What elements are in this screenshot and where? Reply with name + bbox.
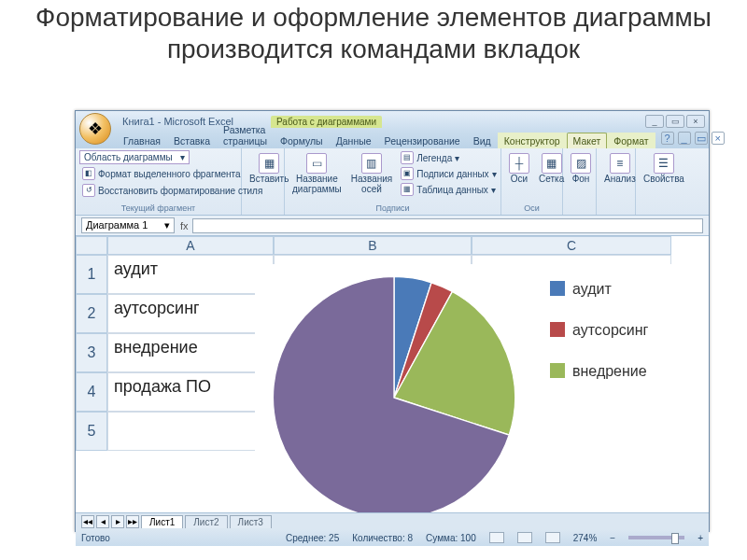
legend-swatch-2	[550, 322, 565, 337]
mdi-min-icon[interactable]: _	[678, 132, 691, 145]
cell-a5[interactable]	[107, 412, 274, 451]
tab-format[interactable]: Формат	[607, 133, 655, 148]
chart-title-label: Название диаграммы	[292, 175, 342, 194]
select-all-corner[interactable]	[76, 236, 107, 255]
grid-icon: ▦	[542, 153, 562, 174]
tab-home[interactable]: Главная	[117, 133, 167, 148]
zoom-out-button[interactable]: −	[610, 533, 615, 543]
row-header-3[interactable]: 3	[76, 333, 107, 372]
col-header-b[interactable]: B	[274, 236, 472, 255]
legend-swatch-1	[550, 281, 565, 296]
cell-a3[interactable]: внедрение	[107, 333, 274, 372]
data-labels-button[interactable]: ▣Подписи данных▾	[398, 166, 499, 181]
sheet-tabs: ◂◂ ◂ ▸ ▸▸ Лист1 Лист2 Лист3	[76, 512, 709, 529]
col-header-a[interactable]: A	[107, 236, 274, 255]
row-header-4[interactable]: 4	[76, 372, 107, 412]
help-icon[interactable]: ?	[661, 132, 674, 145]
sheet-tab-3[interactable]: Лист3	[230, 515, 272, 528]
legend-item-3[interactable]: внедрение	[550, 363, 690, 380]
chart-element-selector[interactable]: Область диаграммы ▾	[79, 150, 190, 164]
view-pagebreak-button[interactable]	[545, 532, 560, 543]
sheet-nav-prev[interactable]: ◂	[96, 515, 109, 528]
legend-item-2[interactable]: аутсорсинг	[550, 322, 690, 339]
legend-item-1[interactable]: аудит	[550, 281, 690, 298]
sheet-nav-last[interactable]: ▸▸	[126, 515, 139, 528]
tab-page-layout[interactable]: Разметка страницы	[217, 121, 274, 148]
sheet-tab-1[interactable]: Лист1	[141, 515, 183, 528]
restore-button[interactable]: ▭	[666, 115, 684, 128]
insert-label: Вставить	[249, 175, 289, 185]
row-header-1[interactable]: 1	[76, 255, 107, 294]
chart-title-icon: ▭	[306, 153, 327, 174]
mdi-restore-icon[interactable]: ▭	[695, 132, 708, 145]
chevron-down-icon: ▾	[455, 153, 459, 163]
tab-data[interactable]: Данные	[330, 133, 378, 148]
legend-label: Легенда	[416, 153, 452, 163]
status-bar: Готово Среднее: 25 Количество: 8 Сумма: …	[76, 529, 709, 546]
background-button[interactable]: ▨Фон	[567, 150, 595, 188]
background-icon: ▨	[571, 153, 591, 174]
axis-titles-icon: ▥	[361, 153, 382, 174]
formula-input[interactable]	[192, 218, 703, 233]
view-normal-button[interactable]	[489, 532, 504, 543]
row-header-2[interactable]: 2	[76, 294, 107, 333]
status-average: Среднее: 25	[286, 533, 339, 543]
tab-insert[interactable]: Вставка	[167, 133, 217, 148]
properties-button[interactable]: ☰Свойства	[640, 150, 688, 188]
legend-label-1: аудит	[572, 281, 612, 298]
cell-a2[interactable]: аутсорсинг	[107, 294, 274, 333]
cell-a1[interactable]: аудит	[107, 255, 274, 294]
sheet-nav-next[interactable]: ▸	[111, 515, 124, 528]
tab-formulas[interactable]: Формулы	[274, 133, 330, 148]
analysis-button[interactable]: ≡Анализ	[600, 150, 640, 188]
pie-chart[interactable]	[268, 272, 520, 512]
tab-layout[interactable]: Макет	[567, 133, 608, 148]
axis-titles-button[interactable]: ▥Названия осей	[347, 150, 397, 197]
group-current-label: Текущий фрагмент	[79, 203, 237, 213]
group-axes-label: Оси	[505, 203, 558, 213]
name-box-value: Диаграмма 1	[86, 219, 148, 231]
zoom-slider[interactable]	[628, 536, 684, 539]
close-button[interactable]: ×	[686, 115, 705, 128]
ribbon-tabs: Главная Вставка Разметка страницы Формул…	[76, 132, 709, 148]
properties-label: Свойства	[643, 175, 684, 185]
chart-object[interactable]: аудит аутсорсинг внедрение	[255, 264, 694, 512]
view-layout-button[interactable]	[517, 532, 532, 543]
data-table-icon: ▦	[401, 183, 414, 196]
cell-a4[interactable]: продажа ПО	[107, 372, 274, 412]
group-labels-label: Подписи	[289, 203, 497, 213]
col-header-c[interactable]: C	[472, 236, 671, 255]
chart-title-button[interactable]: ▭Название диаграммы	[289, 150, 345, 197]
worksheet[interactable]: A B C 1аудит 2аутсорсинг 3внедрение 4про…	[76, 236, 709, 512]
chevron-down-icon: ▾	[164, 219, 170, 231]
tab-review[interactable]: Рецензирование	[378, 133, 467, 148]
zoom-in-button[interactable]: +	[698, 533, 703, 543]
data-labels-icon: ▣	[401, 167, 414, 180]
format-selection-button[interactable]: ◧Формат выделенного фрагмента	[79, 166, 244, 181]
sheet-nav-first[interactable]: ◂◂	[81, 515, 94, 528]
data-table-button[interactable]: ▦Таблица данных▾	[398, 182, 499, 197]
reset-style-button[interactable]: ↺Восстановить форматирование стиля	[79, 183, 265, 198]
row-header-5[interactable]: 5	[76, 412, 107, 451]
legend-button[interactable]: ▤Легенда▾	[398, 150, 499, 165]
zoom-value[interactable]: 274%	[573, 533, 598, 543]
data-table-label: Таблица данных	[416, 185, 488, 195]
chart-legend[interactable]: аудит аутсорсинг внедрение	[550, 281, 690, 404]
titlebar: Книга1 - Microsoft Excel Работа с диагра…	[76, 111, 709, 132]
ribbon: Область диаграммы ▾ ◧Формат выделенного …	[76, 148, 709, 216]
axes-button[interactable]: ┼Оси	[505, 150, 533, 188]
minimize-button[interactable]: _	[645, 115, 664, 128]
fx-icon[interactable]: fx	[176, 220, 192, 231]
picture-icon: ▦	[259, 153, 279, 174]
format-icon: ◧	[82, 167, 95, 180]
formula-bar: Диаграмма 1 ▾ fx	[76, 216, 709, 236]
office-button[interactable]: ❖	[79, 113, 111, 145]
tab-design[interactable]: Конструктор	[498, 133, 567, 148]
name-box[interactable]: Диаграмма 1 ▾	[81, 217, 175, 233]
data-labels-label: Подписи данных	[416, 169, 488, 179]
reset-style-label: Восстановить форматирование стиля	[98, 186, 262, 196]
sheet-tab-2[interactable]: Лист2	[185, 515, 227, 528]
tab-view[interactable]: Вид	[467, 133, 498, 148]
mdi-close-icon[interactable]: ×	[712, 132, 725, 145]
legend-label-2: аутсорсинг	[572, 322, 648, 339]
